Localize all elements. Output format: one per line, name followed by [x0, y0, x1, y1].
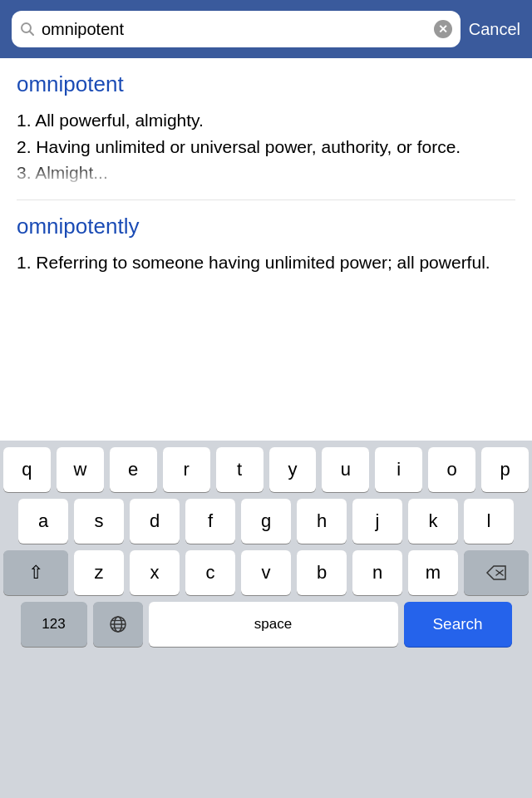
- cancel-button[interactable]: Cancel: [469, 20, 520, 39]
- header: ✕ Cancel: [0, 0, 532, 58]
- key-z[interactable]: z: [74, 550, 124, 595]
- key-b[interactable]: b: [297, 550, 347, 595]
- definition-1: 1. All powerful, almighty.2. Having unli…: [17, 107, 515, 186]
- key-d[interactable]: d: [130, 499, 180, 544]
- key-row-3: ⇧ z x c v b n m: [3, 550, 529, 595]
- key-g[interactable]: g: [241, 499, 291, 544]
- key-y[interactable]: y: [269, 447, 317, 492]
- key-a[interactable]: a: [18, 499, 68, 544]
- key-row-bottom: 123 space Search: [3, 602, 529, 647]
- key-i[interactable]: i: [375, 447, 422, 492]
- key-u[interactable]: u: [322, 447, 369, 492]
- divider: [17, 200, 515, 200]
- key-q[interactable]: q: [3, 447, 51, 492]
- result-item-1: omnipotent 1. All powerful, almighty.2. …: [17, 71, 515, 186]
- key-p[interactable]: p: [481, 447, 529, 492]
- key-s[interactable]: s: [74, 499, 124, 544]
- key-h[interactable]: h: [297, 499, 347, 544]
- result-item-2: omnipotently 1. Referring to someone hav…: [17, 214, 515, 276]
- results-container: omnipotent 1. All powerful, almighty.2. …: [0, 58, 532, 441]
- key-f[interactable]: f: [185, 499, 235, 544]
- key-c[interactable]: c: [185, 550, 235, 595]
- svg-line-1: [30, 32, 33, 35]
- globe-key[interactable]: [93, 602, 143, 647]
- key-n[interactable]: n: [352, 550, 402, 595]
- keyboard: q w e r t y u i o p a s d f g h j k l ⇧ …: [0, 441, 532, 798]
- space-key[interactable]: space: [149, 602, 398, 647]
- numbers-key[interactable]: 123: [21, 602, 87, 647]
- shift-icon: ⇧: [28, 562, 43, 584]
- key-w[interactable]: w: [57, 447, 104, 492]
- search-icon: [20, 22, 35, 37]
- shift-key[interactable]: ⇧: [3, 550, 68, 595]
- word-title-1[interactable]: omnipotent: [17, 71, 515, 97]
- key-v[interactable]: v: [241, 550, 291, 595]
- backspace-key[interactable]: [464, 550, 529, 595]
- key-x[interactable]: x: [130, 550, 180, 595]
- key-row-1: q w e r t y u i o p: [3, 447, 529, 492]
- search-button[interactable]: Search: [404, 602, 512, 647]
- clear-button[interactable]: ✕: [434, 20, 452, 38]
- key-k[interactable]: k: [408, 499, 458, 544]
- key-l[interactable]: l: [464, 499, 514, 544]
- key-r[interactable]: r: [163, 447, 210, 492]
- search-input[interactable]: [42, 20, 427, 39]
- key-t[interactable]: t: [216, 447, 264, 492]
- key-m[interactable]: m: [408, 550, 458, 595]
- key-row-2: a s d f g h j k l: [3, 499, 529, 544]
- search-bar: ✕: [12, 11, 461, 47]
- key-o[interactable]: o: [428, 447, 475, 492]
- word-title-2[interactable]: omnipotently: [17, 214, 515, 239]
- key-j[interactable]: j: [352, 499, 402, 544]
- definition-2: 1. Referring to someone having unlimited…: [17, 249, 515, 276]
- key-e[interactable]: e: [110, 447, 157, 492]
